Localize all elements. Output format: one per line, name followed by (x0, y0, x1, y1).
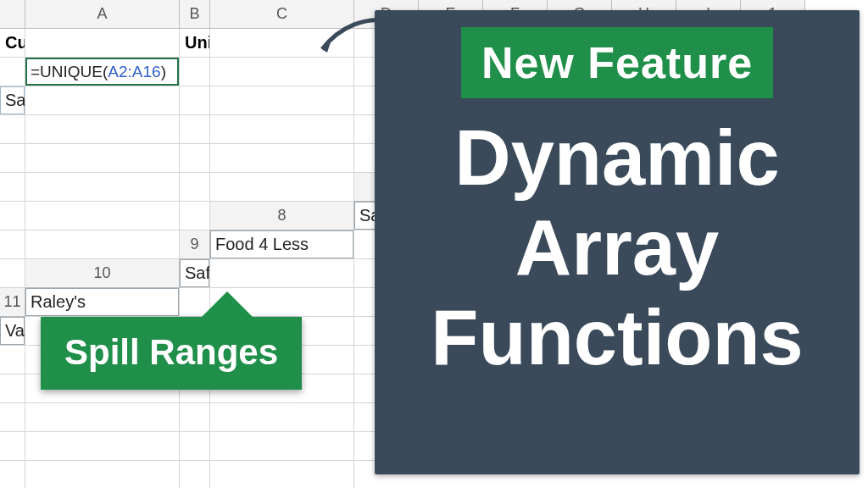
cell-E5[interactable] (0, 144, 25, 173)
cell-C14[interactable] (0, 374, 25, 403)
col-header-A[interactable]: A (25, 0, 180, 29)
cell-A1[interactable]: Customer Name (0, 29, 25, 58)
feature-panel: New Feature Dynamic Array Functions (375, 10, 860, 474)
cell-H17[interactable] (180, 461, 210, 488)
cell-F3[interactable] (210, 86, 354, 115)
new-feature-badge: New Feature (461, 27, 773, 98)
cell-A10[interactable]: Safeway (180, 259, 210, 288)
cell-G4[interactable] (210, 115, 354, 144)
cell-D15[interactable] (0, 403, 25, 432)
cell-F16[interactable] (25, 432, 180, 461)
spill-ranges-callout: Spill Ranges (41, 317, 302, 390)
cell-I9[interactable] (0, 259, 25, 288)
col-header-B[interactable]: B (180, 0, 210, 29)
cell-C1[interactable]: Unique List (180, 29, 210, 58)
cell-G15[interactable] (210, 403, 354, 432)
select-all-corner[interactable] (0, 0, 25, 29)
cell-E15[interactable] (25, 403, 180, 432)
cell-H8[interactable] (0, 230, 25, 259)
cell-F17[interactable] (0, 461, 25, 488)
cell-G6[interactable] (25, 173, 180, 202)
callout-label: Spill Ranges (64, 332, 278, 372)
cell-F5[interactable] (25, 144, 180, 173)
cell-B1[interactable] (25, 29, 180, 58)
cell-B13[interactable] (0, 346, 25, 374)
cell-D2[interactable] (180, 58, 210, 86)
cell-D4[interactable] (0, 115, 25, 144)
cell-B10[interactable] (210, 259, 354, 288)
cell-G16[interactable] (180, 432, 210, 461)
cell-G17[interactable] (25, 461, 180, 488)
cell-H7[interactable] (25, 202, 180, 230)
cell-E3[interactable] (180, 86, 210, 115)
cell-C3[interactable]: Safeway (0, 86, 25, 115)
cell-G5[interactable] (180, 144, 210, 173)
cell-E2[interactable] (210, 58, 354, 86)
cell-E4[interactable] (25, 115, 180, 144)
row-header-11[interactable]: 11 (0, 288, 25, 317)
row-header-9[interactable]: 9 (180, 230, 210, 259)
cell-A9[interactable]: Food 4 Less (210, 230, 354, 259)
panel-line-3: Functions (431, 293, 804, 383)
col-header-C[interactable]: C (210, 0, 354, 29)
cell-F6[interactable] (0, 173, 25, 202)
cell-A11[interactable]: Raley's (25, 288, 180, 317)
cell-I8[interactable] (25, 230, 180, 259)
panel-title: Dynamic Array Functions (431, 114, 804, 382)
cell-F4[interactable] (180, 115, 210, 144)
row-header-10[interactable]: 10 (25, 259, 180, 288)
cell-I6[interactable] (210, 173, 354, 202)
cell-G7[interactable] (0, 202, 25, 230)
panel-line-2: Array (431, 203, 804, 293)
cell-I17[interactable] (210, 461, 354, 488)
cell-H6[interactable] (180, 173, 210, 202)
row-header-8[interactable]: 8 (210, 202, 354, 230)
cell-D1[interactable] (210, 29, 354, 58)
cell-H5[interactable] (210, 144, 354, 173)
cell-C2[interactable]: =UNIQUE(A2:A16) (25, 58, 180, 86)
cell-H16[interactable] (210, 432, 354, 461)
cell-D3[interactable] (25, 86, 180, 115)
cell-E16[interactable] (0, 432, 25, 461)
panel-line-1: Dynamic (431, 114, 804, 203)
cell-B2[interactable] (0, 58, 25, 86)
cell-F15[interactable] (180, 403, 210, 432)
cell-I7[interactable] (180, 202, 210, 230)
cell-A12[interactable]: Vallarta (0, 317, 25, 346)
